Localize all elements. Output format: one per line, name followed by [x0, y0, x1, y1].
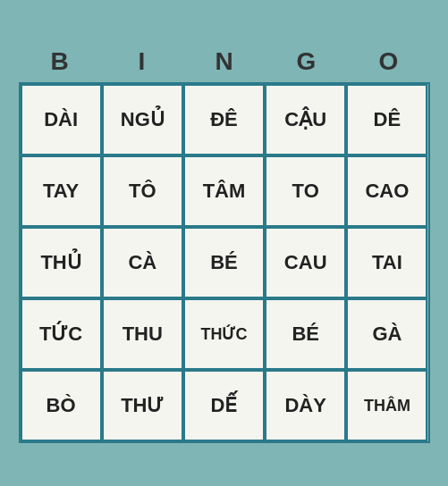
bingo-header: B I N G O [19, 43, 430, 80]
cell-4-2: DẾ [183, 370, 265, 441]
cell-0-3: CẬU [265, 84, 346, 155]
cell-0-0: DÀI [21, 84, 102, 155]
bingo-grid: DÀI NGỦ ĐÊ CẬU DÊ TAY TÔ TÂM TO CAO THỦ … [19, 82, 430, 443]
header-b: B [19, 43, 101, 80]
header-n: N [183, 43, 266, 80]
cell-3-2: THỨC [183, 298, 265, 370]
cell-1-4: CAO [346, 155, 427, 227]
cell-2-3: CAU [265, 227, 346, 298]
cell-4-3: DÀY [265, 370, 346, 441]
cell-2-0: THỦ [21, 227, 102, 298]
cell-4-1: THƯ [102, 370, 183, 441]
cell-1-0: TAY [21, 155, 102, 227]
cell-4-0: BÒ [21, 370, 102, 441]
cell-2-2: BÉ [183, 227, 265, 298]
cell-3-1: THU [102, 298, 183, 370]
cell-0-4: DÊ [346, 84, 427, 155]
cell-0-2: ĐÊ [183, 84, 265, 155]
cell-2-1: CÀ [102, 227, 183, 298]
cell-2-4: TAI [346, 227, 427, 298]
cell-1-2: TÂM [183, 155, 265, 227]
cell-3-4: GÀ [346, 298, 427, 370]
cell-3-0: TỨC [21, 298, 102, 370]
cell-4-4: THÂM [346, 370, 427, 441]
header-i: I [101, 43, 183, 80]
cell-3-3: BÉ [265, 298, 346, 370]
bingo-card: B I N G O DÀI NGỦ ĐÊ CẬU DÊ TAY TÔ TÂM T… [10, 34, 439, 452]
cell-0-1: NGỦ [102, 84, 183, 155]
cell-1-3: TO [265, 155, 346, 227]
header-o: O [348, 43, 430, 80]
header-g: G [266, 43, 348, 80]
cell-1-1: TÔ [102, 155, 183, 227]
